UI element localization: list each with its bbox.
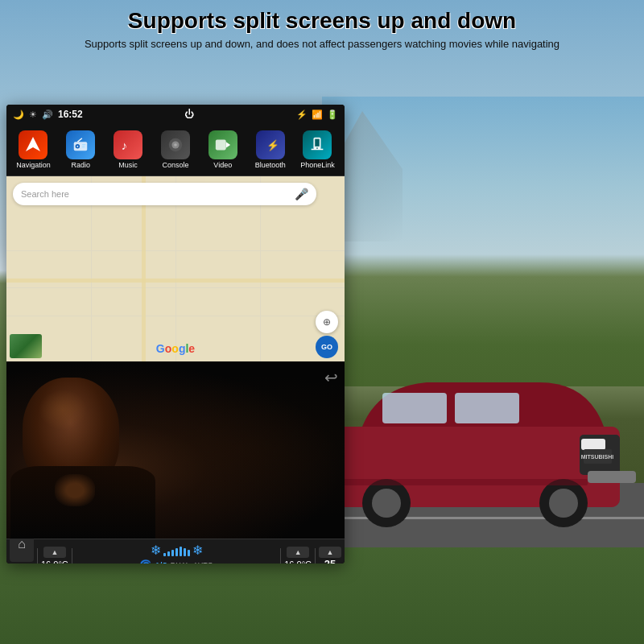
map-search-bar[interactable]: Search here 🎤 (13, 183, 316, 205)
title-section: Supports split screens up and down Suppo… (0, 0, 644, 60)
radio-app-icon[interactable]: Radio (61, 130, 100, 169)
power-icon: ⏻ (184, 109, 194, 120)
climate-bar: ⌂ ← ▲ 16.0°C ▼ ❄ (6, 539, 345, 564)
fan-bar-3 (171, 550, 174, 556)
center-climate: ❄ ❄ 🌀 A/C DUAL (76, 543, 277, 564)
divider-1 (37, 548, 38, 564)
nav-app-label: Navigation (16, 161, 51, 169)
ac-label: A/C (155, 561, 167, 564)
svg-rect-17 (82, 147, 85, 147)
right-temp-up-button[interactable]: ▲ (287, 547, 309, 558)
search-placeholder-text: Search here (21, 189, 295, 199)
music-app-label: Music (118, 161, 138, 169)
svg-text:♪: ♪ (122, 139, 127, 152)
status-right-icons: ⚡ 📶 🔋 (296, 109, 338, 120)
car-svg: MITSUBISHI (322, 354, 644, 531)
volume-icon: 🔊 (42, 109, 53, 120)
svg-text:⚡: ⚡ (266, 139, 279, 152)
sub-title: Supports split screens up and down, and … (16, 37, 628, 52)
status-center-icons: ⏻ (184, 109, 194, 120)
radio-app-label: Radio (72, 161, 91, 169)
right-temp-value: 16.0°C (284, 558, 312, 564)
scene-glow (6, 361, 345, 539)
nav-app-icon[interactable]: Navigation (14, 130, 52, 169)
battery-icon: 🔋 (327, 109, 338, 120)
svg-point-28 (317, 147, 319, 149)
svg-point-8 (549, 489, 578, 518)
google-logo: Google (156, 342, 195, 355)
app-bar: Navigation Radio ♪ Music Console (6, 124, 345, 176)
video-back-button[interactable]: ↩ (324, 368, 338, 387)
svg-line-18 (78, 138, 83, 142)
left-temp-control: ▲ 16.0°C ▼ (41, 547, 68, 564)
phonelink-app-icon[interactable]: PhoneLink (298, 130, 336, 169)
usb-icon: ⚡ (296, 109, 308, 120)
dual-label: DUAL (171, 561, 190, 564)
device-screen: 🌙 ☀ 🔊 16:52 ⏻ ⚡ 📶 🔋 Navigation (6, 105, 345, 564)
status-bar: 🌙 ☀ 🔊 16:52 ⏻ ⚡ 📶 🔋 (6, 105, 345, 124)
movie-scene (6, 361, 345, 539)
console-app-icon[interactable]: Console (156, 130, 195, 169)
fan-bar-7 (188, 550, 190, 556)
svg-point-6 (372, 489, 401, 518)
main-container: Supports split screens up and down Suppo… (0, 0, 644, 644)
divider-4 (315, 548, 316, 564)
radio-app-img (66, 130, 95, 159)
bluetooth-app-icon[interactable]: ⚡ Bluetooth (251, 130, 290, 169)
divider-3 (280, 548, 281, 564)
fan-bar-2 (167, 551, 170, 556)
svg-rect-27 (316, 139, 320, 147)
console-app-label: Console (162, 161, 188, 169)
svg-point-15 (77, 146, 79, 147)
video-app-img (208, 130, 237, 159)
location-button[interactable]: ⊕ (316, 311, 338, 333)
divider-2 (72, 548, 72, 564)
svg-point-22 (174, 143, 177, 147)
svg-marker-24 (225, 142, 230, 147)
fan-bar-1 (163, 553, 166, 556)
fan-right-icon: ❄ (192, 543, 203, 558)
map-area: Search here 🎤 Google ⊕ GO (6, 176, 345, 361)
left-temp-value: 16.0°C (41, 558, 68, 564)
map-thumb-visual (10, 334, 42, 358)
svg-rect-2 (455, 393, 519, 423)
wifi-icon: 📶 (312, 109, 323, 120)
location-icon: ⊕ (323, 316, 331, 328)
music-app-img: ♪ (114, 130, 142, 159)
nav-app-img (19, 130, 47, 159)
console-app-img (161, 130, 190, 159)
left-temp-up-button[interactable]: ▲ (43, 547, 66, 558)
fan-speed-value: 25 (324, 558, 336, 564)
status-time: 16:52 (58, 109, 83, 120)
bluetooth-app-label: Bluetooth (255, 161, 286, 169)
auto-label: AUTO (193, 561, 213, 564)
video-area: ↩ (6, 361, 345, 539)
fan-bar-5 (180, 547, 182, 556)
svg-rect-9 (588, 471, 636, 483)
music-app-icon[interactable]: ♪ Music (109, 130, 147, 169)
bluetooth-app-img: ⚡ (256, 130, 285, 159)
go-button-label: GO (321, 343, 332, 351)
map-thumbnail (10, 334, 42, 358)
right-temp-control: ▲ 16.0°C ▼ (284, 547, 312, 564)
svg-rect-1 (382, 393, 447, 423)
fan-bar-4 (175, 548, 178, 556)
major-road-h (6, 279, 345, 283)
fan-bars (163, 545, 190, 556)
fan-bar-6 (184, 548, 186, 556)
back-icon: ↩ (324, 369, 338, 386)
phonelink-app-label: PhoneLink (300, 161, 335, 169)
fan-speed-up-button[interactable]: ▲ (319, 547, 341, 558)
fan-speed-row: ❄ ❄ (151, 543, 203, 558)
svg-rect-23 (216, 140, 226, 151)
svg-rect-12 (322, 479, 588, 485)
go-button[interactable]: GO (316, 336, 338, 358)
fan-speed-number-section: ▲ 25 ▼ (319, 547, 341, 564)
video-app-icon[interactable]: Video (204, 130, 242, 169)
status-left-icons: 🌙 ☀ 🔊 16:52 (13, 109, 83, 120)
ac-control-row: 🌀 A/C DUAL AUTO (139, 559, 213, 564)
fan-left-icon: ❄ (151, 543, 161, 558)
microphone-icon[interactable]: 🎤 (295, 188, 308, 200)
svg-rect-16 (82, 144, 86, 145)
moon-icon: 🌙 (13, 109, 24, 120)
